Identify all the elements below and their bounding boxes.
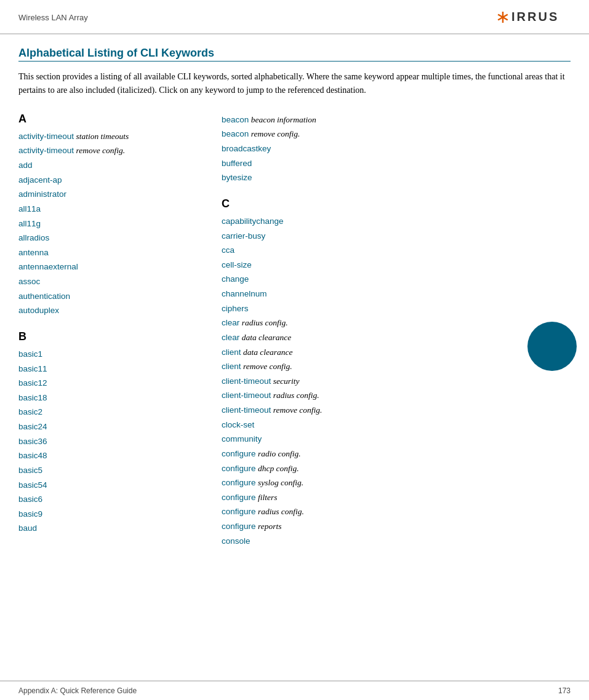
- list-item: basic48: [18, 448, 203, 463]
- keyword-link[interactable]: basic36: [18, 437, 47, 446]
- keyword-link[interactable]: clock-set: [222, 420, 254, 429]
- list-item: configure radio config.: [222, 447, 571, 461]
- keyword-link[interactable]: ciphers: [222, 304, 249, 313]
- keyword-link[interactable]: activity-timeout: [18, 146, 74, 155]
- keyword-link[interactable]: basic24: [18, 422, 47, 431]
- keyword-link[interactable]: antenna: [18, 248, 49, 257]
- keyword-link[interactable]: channelnum: [222, 289, 267, 298]
- keyword-link[interactable]: client-timeout: [222, 405, 271, 415]
- keyword-link[interactable]: add: [18, 161, 33, 170]
- keyword-link[interactable]: basic48: [18, 451, 47, 460]
- list-item: client-timeout remove config.: [222, 403, 571, 418]
- list-item: configure dhcp config.: [222, 461, 571, 476]
- keyword-link[interactable]: basic11: [18, 364, 47, 373]
- keyword-context: filters: [258, 493, 278, 502]
- list-item: configure reports: [222, 519, 571, 534]
- keyword-link[interactable]: change: [222, 274, 249, 284]
- keyword-link[interactable]: capabilitychange: [222, 217, 284, 226]
- keyword-link[interactable]: clear: [222, 333, 239, 342]
- list-item: basic1: [18, 347, 203, 362]
- keyword-context: dhcp config.: [258, 464, 299, 473]
- keyword-link[interactable]: all11a: [18, 204, 41, 213]
- keyword-link[interactable]: configure: [222, 464, 256, 473]
- section-a-list: activity-timeout station timeouts activi…: [18, 129, 203, 318]
- header-title: Wireless LAN Array: [18, 13, 88, 22]
- list-item: buffered: [222, 156, 571, 171]
- keyword-link[interactable]: autoduplex: [18, 306, 59, 315]
- keyword-context: radius config.: [258, 507, 304, 516]
- list-item: configure filters: [222, 490, 571, 505]
- keyword-link[interactable]: carrier-busy: [222, 231, 265, 241]
- list-item: console: [222, 534, 571, 549]
- keyword-context: security: [273, 376, 300, 386]
- keyword-link[interactable]: basic9: [18, 509, 42, 519]
- list-item: all11g: [18, 217, 203, 231]
- keyword-link[interactable]: configure: [222, 449, 256, 458]
- keyword-link[interactable]: console: [222, 536, 250, 546]
- list-item: beacon remove config.: [222, 127, 571, 141]
- keyword-link[interactable]: client: [222, 348, 241, 357]
- keyword-link[interactable]: basic18: [18, 393, 47, 402]
- keyword-link[interactable]: cell-size: [222, 260, 252, 269]
- keyword-context: syslog config.: [258, 478, 303, 487]
- keyword-link[interactable]: adjacent-ap: [18, 175, 62, 185]
- list-item: basic6: [18, 492, 203, 507]
- keyword-link[interactable]: administrator: [18, 189, 66, 199]
- keyword-link[interactable]: configure: [222, 507, 256, 516]
- keyword-link[interactable]: configure: [222, 493, 256, 502]
- list-item: configure syslog config.: [222, 475, 571, 490]
- keyword-link[interactable]: basic54: [18, 480, 47, 490]
- list-item: allradios: [18, 231, 203, 245]
- page-header: Wireless LAN Array IRRUS: [0, 0, 589, 34]
- keyword-link[interactable]: basic1: [18, 349, 42, 359]
- list-item: clock-set: [222, 418, 571, 432]
- keyword-link[interactable]: client-timeout: [222, 376, 271, 386]
- list-item: basic12: [18, 376, 203, 391]
- list-item: change: [222, 272, 571, 287]
- svg-text:IRRUS: IRRUS: [511, 10, 559, 23]
- list-item: client remove config.: [222, 359, 571, 374]
- keyword-link[interactable]: all11g: [18, 219, 41, 228]
- keyword-link[interactable]: authentication: [18, 292, 70, 301]
- keyword-context: remove config.: [243, 362, 292, 371]
- keyword-link[interactable]: baud: [18, 523, 37, 533]
- list-item: administrator: [18, 187, 203, 202]
- keyword-link[interactable]: activity-timeout: [18, 132, 74, 141]
- keyword-link[interactable]: antennaexternal: [18, 262, 78, 271]
- section-b-continued-list: beacon beacon information beacon remove …: [222, 113, 571, 185]
- intro-text: This section provides a listing of all a…: [18, 70, 571, 98]
- list-item: antennaexternal: [18, 260, 203, 274]
- list-item: basic11: [18, 362, 203, 376]
- keyword-link[interactable]: basic6: [18, 495, 42, 504]
- keyword-link[interactable]: community: [222, 434, 262, 443]
- list-item: cca: [222, 243, 571, 258]
- list-item: channelnum: [222, 287, 571, 301]
- keyword-link[interactable]: beacon: [222, 129, 249, 138]
- section-b-list: basic1 basic11 basic12 basic18 basic2 ba…: [18, 347, 203, 536]
- keyword-link[interactable]: buffered: [222, 159, 252, 168]
- list-item: adjacent-ap: [18, 173, 203, 188]
- keyword-link[interactable]: configure: [222, 522, 256, 531]
- keyword-link[interactable]: client: [222, 362, 241, 371]
- list-item: basic9: [18, 507, 203, 522]
- keyword-link[interactable]: broadcastkey: [222, 144, 271, 153]
- keyword-link[interactable]: cca: [222, 245, 234, 255]
- section-c-list: capabilitychange carrier-busy cca cell-s…: [222, 214, 571, 548]
- keyword-context: data clearance: [242, 333, 292, 342]
- keyword-link[interactable]: clear: [222, 318, 239, 327]
- keyword-context: radius config.: [273, 391, 319, 400]
- keyword-context: radio config.: [258, 449, 301, 458]
- page-title: Alphabetical Listing of CLI Keywords: [18, 47, 571, 62]
- keyword-link[interactable]: basic2: [18, 407, 42, 416]
- keyword-link[interactable]: allradios: [18, 233, 49, 242]
- section-b-heading: B: [18, 330, 203, 343]
- keyword-context: remove config.: [76, 146, 125, 155]
- keyword-link[interactable]: bytesize: [222, 173, 252, 182]
- keyword-link[interactable]: assoc: [18, 277, 40, 286]
- keyword-link[interactable]: basic12: [18, 378, 47, 388]
- keyword-link[interactable]: client-timeout: [222, 391, 271, 400]
- list-item: add: [18, 158, 203, 173]
- keyword-link[interactable]: basic5: [18, 466, 42, 475]
- keyword-link[interactable]: configure: [222, 478, 256, 487]
- keyword-link[interactable]: beacon: [222, 115, 249, 124]
